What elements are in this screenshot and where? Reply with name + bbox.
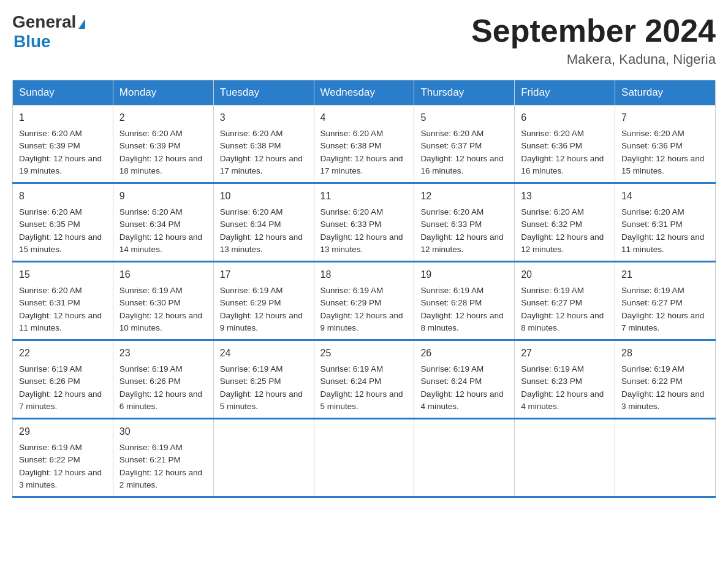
sunrise-text: Sunrise: 6:20 AM — [621, 207, 684, 216]
day-number: 15 — [19, 267, 107, 282]
daylight-text: Daylight: 12 hours and 12 minutes. — [521, 232, 604, 254]
calendar-cell: 21Sunrise: 6:19 AMSunset: 6:27 PMDayligh… — [615, 262, 716, 340]
day-number: 19 — [420, 267, 508, 282]
sunset-text: Sunset: 6:29 PM — [220, 298, 281, 307]
calendar-cell: 18Sunrise: 6:19 AMSunset: 6:29 PMDayligh… — [314, 262, 414, 340]
day-number: 9 — [119, 189, 207, 204]
sunrise-text: Sunrise: 6:19 AM — [420, 364, 483, 373]
sunrise-text: Sunrise: 6:19 AM — [119, 286, 183, 295]
daylight-text: Daylight: 12 hours and 13 minutes. — [220, 232, 303, 254]
sunset-text: Sunset: 6:25 PM — [220, 377, 281, 386]
daylight-text: Daylight: 12 hours and 16 minutes. — [420, 154, 503, 175]
daylight-text: Daylight: 12 hours and 7 minutes. — [19, 389, 102, 411]
daylight-text: Daylight: 12 hours and 6 minutes. — [119, 389, 202, 411]
sunset-text: Sunset: 6:27 PM — [621, 298, 683, 307]
calendar-cell: 24Sunrise: 6:19 AMSunset: 6:25 PMDayligh… — [213, 340, 314, 419]
calendar-cell: 1Sunrise: 6:20 AMSunset: 6:39 PMDaylight… — [13, 105, 113, 183]
daylight-text: Daylight: 12 hours and 4 minutes. — [420, 389, 503, 411]
day-number: 13 — [521, 189, 609, 204]
daylight-text: Daylight: 12 hours and 15 minutes. — [19, 232, 102, 254]
sunset-text: Sunset: 6:36 PM — [621, 141, 683, 150]
sunset-text: Sunset: 6:35 PM — [19, 220, 80, 229]
sunset-text: Sunset: 6:39 PM — [119, 141, 181, 150]
sunset-text: Sunset: 6:26 PM — [19, 377, 80, 386]
day-header-wednesday: Wednesday — [314, 80, 414, 105]
calendar-table: SundayMondayTuesdayWednesdayThursdayFrid… — [12, 80, 716, 498]
daylight-text: Daylight: 12 hours and 9 minutes. — [320, 311, 403, 332]
sunrise-text: Sunrise: 6:20 AM — [119, 207, 183, 216]
day-header-friday: Friday — [515, 80, 615, 105]
day-number: 11 — [320, 189, 408, 204]
calendar-title: September 2024 — [471, 12, 716, 49]
logo: General Blue — [12, 12, 85, 52]
calendar-subtitle: Makera, Kaduna, Nigeria — [471, 52, 716, 67]
daylight-text: Daylight: 12 hours and 10 minutes. — [119, 311, 202, 332]
calendar-cell: 27Sunrise: 6:19 AMSunset: 6:23 PMDayligh… — [515, 340, 615, 419]
sunrise-text: Sunrise: 6:20 AM — [19, 129, 82, 138]
daylight-text: Daylight: 12 hours and 12 minutes. — [420, 232, 503, 254]
calendar-cell — [314, 419, 414, 497]
sunrise-text: Sunrise: 6:19 AM — [19, 443, 82, 452]
day-number: 1 — [19, 110, 107, 125]
day-header-monday: Monday — [113, 80, 213, 105]
calendar-cell — [213, 419, 314, 497]
sunrise-text: Sunrise: 6:19 AM — [320, 286, 384, 295]
sunset-text: Sunset: 6:28 PM — [420, 298, 482, 307]
logo-text-general: General — [12, 12, 76, 32]
day-number: 30 — [119, 424, 207, 439]
calendar-cell: 12Sunrise: 6:20 AMSunset: 6:33 PMDayligh… — [414, 183, 515, 262]
daylight-text: Daylight: 12 hours and 3 minutes. — [19, 468, 102, 489]
daylight-text: Daylight: 12 hours and 17 minutes. — [320, 154, 403, 175]
day-number: 12 — [420, 189, 508, 204]
calendar-week-4: 22Sunrise: 6:19 AMSunset: 6:26 PMDayligh… — [13, 340, 716, 419]
sunset-text: Sunset: 6:24 PM — [420, 377, 482, 386]
sunset-text: Sunset: 6:33 PM — [420, 220, 482, 229]
sunrise-text: Sunrise: 6:19 AM — [521, 364, 584, 373]
sunrise-text: Sunrise: 6:20 AM — [420, 207, 483, 216]
sunset-text: Sunset: 6:38 PM — [220, 141, 281, 150]
day-number: 20 — [521, 267, 609, 282]
daylight-text: Daylight: 12 hours and 18 minutes. — [119, 154, 202, 175]
sunset-text: Sunset: 6:34 PM — [220, 220, 281, 229]
sunset-text: Sunset: 6:22 PM — [621, 377, 683, 386]
daylight-text: Daylight: 12 hours and 7 minutes. — [621, 311, 704, 332]
sunrise-text: Sunrise: 6:19 AM — [220, 286, 283, 295]
calendar-week-2: 8Sunrise: 6:20 AMSunset: 6:35 PMDaylight… — [13, 183, 716, 262]
sunrise-text: Sunrise: 6:20 AM — [521, 207, 584, 216]
daylight-text: Daylight: 12 hours and 8 minutes. — [420, 311, 503, 332]
calendar-cell: 30Sunrise: 6:19 AMSunset: 6:21 PMDayligh… — [113, 419, 213, 497]
day-number: 10 — [220, 189, 308, 204]
logo-text-blue: Blue — [13, 32, 51, 52]
day-number: 6 — [521, 110, 609, 125]
calendar-cell: 16Sunrise: 6:19 AMSunset: 6:30 PMDayligh… — [113, 262, 213, 340]
sunrise-text: Sunrise: 6:20 AM — [320, 207, 384, 216]
daylight-text: Daylight: 12 hours and 17 minutes. — [220, 154, 303, 175]
sunrise-text: Sunrise: 6:20 AM — [621, 129, 684, 138]
page-header: General Blue September 2024 Makera, Kadu… — [12, 12, 716, 67]
calendar-cell: 4Sunrise: 6:20 AMSunset: 6:38 PMDaylight… — [314, 105, 414, 183]
calendar-cell: 13Sunrise: 6:20 AMSunset: 6:32 PMDayligh… — [515, 183, 615, 262]
calendar-cell: 7Sunrise: 6:20 AMSunset: 6:36 PMDaylight… — [615, 105, 716, 183]
day-number: 22 — [19, 346, 107, 361]
day-number: 29 — [19, 424, 107, 439]
sunset-text: Sunset: 6:21 PM — [119, 455, 181, 464]
sunset-text: Sunset: 6:26 PM — [119, 377, 181, 386]
sunset-text: Sunset: 6:32 PM — [521, 220, 582, 229]
day-number: 25 — [320, 346, 408, 361]
calendar-week-1: 1Sunrise: 6:20 AMSunset: 6:39 PMDaylight… — [13, 105, 716, 183]
header-row: SundayMondayTuesdayWednesdayThursdayFrid… — [13, 80, 716, 105]
day-number: 5 — [420, 110, 508, 125]
sunset-text: Sunset: 6:29 PM — [320, 298, 382, 307]
daylight-text: Daylight: 12 hours and 4 minutes. — [521, 389, 604, 411]
calendar-cell: 14Sunrise: 6:20 AMSunset: 6:31 PMDayligh… — [615, 183, 716, 262]
sunset-text: Sunset: 6:31 PM — [621, 220, 683, 229]
day-number: 2 — [119, 110, 207, 125]
daylight-text: Daylight: 12 hours and 3 minutes. — [621, 389, 704, 411]
calendar-cell: 22Sunrise: 6:19 AMSunset: 6:26 PMDayligh… — [13, 340, 113, 419]
day-number: 3 — [220, 110, 308, 125]
day-header-saturday: Saturday — [615, 80, 716, 105]
sunset-text: Sunset: 6:22 PM — [19, 455, 80, 464]
daylight-text: Daylight: 12 hours and 5 minutes. — [220, 389, 303, 411]
calendar-cell — [615, 419, 716, 497]
daylight-text: Daylight: 12 hours and 14 minutes. — [119, 232, 202, 254]
